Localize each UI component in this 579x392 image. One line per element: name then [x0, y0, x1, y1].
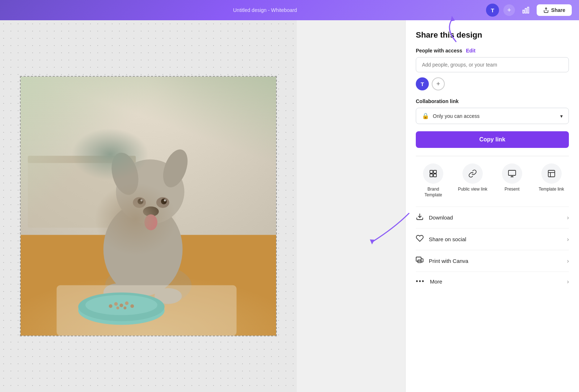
edit-link[interactable]: Edit	[466, 48, 475, 54]
share-option-present[interactable]: Present	[495, 163, 530, 198]
svg-point-8	[105, 264, 192, 307]
svg-rect-37	[434, 174, 436, 177]
print-label: Print with Canva	[429, 258, 468, 264]
template-link-icon	[541, 163, 562, 184]
more-icon: •••	[416, 278, 425, 285]
print-icon	[416, 256, 424, 266]
people-input[interactable]	[416, 57, 569, 72]
canvas-image	[21, 77, 276, 336]
svg-marker-46	[370, 239, 375, 244]
public-view-icon	[462, 163, 483, 184]
svg-point-15	[138, 199, 143, 204]
share-label: Share	[551, 7, 565, 13]
share-social-icon	[416, 234, 424, 244]
svg-point-29	[125, 302, 128, 305]
print-chevron: ›	[567, 258, 569, 264]
download-label: Download	[429, 214, 453, 221]
share-button[interactable]: Share	[537, 4, 572, 16]
svg-point-12	[159, 146, 192, 191]
lock-icon: 🔒	[422, 112, 429, 119]
svg-point-28	[119, 303, 123, 307]
analytics-icon[interactable]	[519, 4, 532, 17]
svg-point-27	[114, 302, 118, 306]
design-title: Untitled design - Whiteboard	[233, 7, 297, 13]
svg-rect-1	[525, 8, 527, 13]
svg-rect-33	[56, 285, 236, 336]
topbar: Untitled design - Whiteboard T + Share	[0, 0, 579, 20]
svg-rect-36	[430, 174, 433, 177]
svg-point-11	[107, 150, 143, 198]
collab-option-text: Only you can access	[433, 113, 479, 119]
download-chevron: ›	[567, 214, 569, 221]
template-link-label: Template link	[539, 187, 564, 192]
add-button[interactable]: +	[503, 4, 515, 16]
share-option-template-link[interactable]: Template link	[534, 163, 569, 198]
print-menu-item[interactable]: Print with Canva ›	[416, 250, 569, 272]
canvas-area	[0, 20, 297, 392]
public-view-label: Public view link	[458, 187, 487, 192]
chevron-down-icon: ▾	[560, 113, 563, 119]
share-social-chevron: ›	[567, 236, 569, 243]
svg-rect-7	[28, 156, 136, 163]
svg-rect-39	[548, 170, 555, 177]
svg-point-32	[123, 306, 126, 309]
svg-point-17	[140, 199, 143, 201]
download-menu-item[interactable]: Download ›	[416, 206, 569, 228]
brand-template-label: BrandTemplate	[424, 187, 442, 198]
svg-point-14	[156, 197, 169, 208]
svg-rect-2	[528, 7, 529, 13]
panel-title: Share this design	[416, 30, 569, 40]
user-avatar[interactable]: T	[486, 4, 499, 17]
share-social-menu-item[interactable]: Share on social ›	[416, 228, 569, 250]
user-access-avatar: T	[416, 77, 429, 90]
svg-point-20	[144, 214, 157, 230]
svg-point-25	[85, 295, 157, 315]
more-chevron: ›	[567, 278, 569, 285]
collab-dropdown[interactable]: 🔒 Only you can access ▾	[416, 108, 569, 124]
collab-label: Collaboration link	[416, 98, 569, 104]
svg-rect-4	[21, 77, 276, 336]
svg-rect-5	[21, 235, 276, 336]
svg-rect-35	[434, 170, 436, 173]
present-icon	[502, 163, 522, 184]
svg-point-16	[161, 199, 167, 204]
svg-point-30	[130, 304, 134, 308]
svg-point-9	[103, 203, 183, 296]
svg-point-10	[116, 159, 185, 224]
more-menu-item[interactable]: ••• More ›	[416, 272, 569, 291]
svg-point-19	[143, 206, 159, 217]
copy-link-button[interactable]: Copy link	[416, 131, 569, 148]
share-options-grid: BrandTemplate Public view link Present	[416, 163, 569, 198]
share-panel: Share this design People with access Edi…	[405, 20, 579, 392]
svg-point-26	[109, 304, 113, 308]
divider-1	[416, 156, 569, 156]
svg-rect-34	[430, 170, 433, 173]
svg-rect-38	[508, 170, 516, 175]
design-canvas[interactable]	[20, 76, 277, 336]
share-option-public-view[interactable]: Public view link	[455, 163, 490, 198]
share-option-brand-template[interactable]: BrandTemplate	[416, 163, 451, 198]
svg-point-21	[103, 284, 132, 302]
svg-point-13	[133, 197, 146, 208]
present-label: Present	[504, 187, 519, 192]
download-icon	[416, 213, 424, 222]
svg-point-31	[116, 306, 119, 309]
share-social-label: Share on social	[429, 236, 466, 242]
brand-template-icon	[423, 163, 443, 184]
svg-rect-6	[28, 156, 136, 228]
svg-rect-43	[416, 257, 421, 261]
svg-point-18	[164, 199, 166, 201]
svg-point-23	[78, 296, 165, 325]
collab-section: Collaboration link 🔒 Only you can access…	[416, 98, 569, 124]
svg-point-24	[78, 293, 165, 321]
more-label: More	[430, 278, 442, 285]
people-label: People with access	[416, 48, 462, 54]
svg-point-22	[155, 288, 182, 304]
access-avatars: T +	[416, 77, 569, 90]
svg-rect-0	[523, 10, 524, 13]
people-section: People with access Edit	[416, 48, 569, 54]
add-person-icon[interactable]: +	[432, 77, 445, 90]
